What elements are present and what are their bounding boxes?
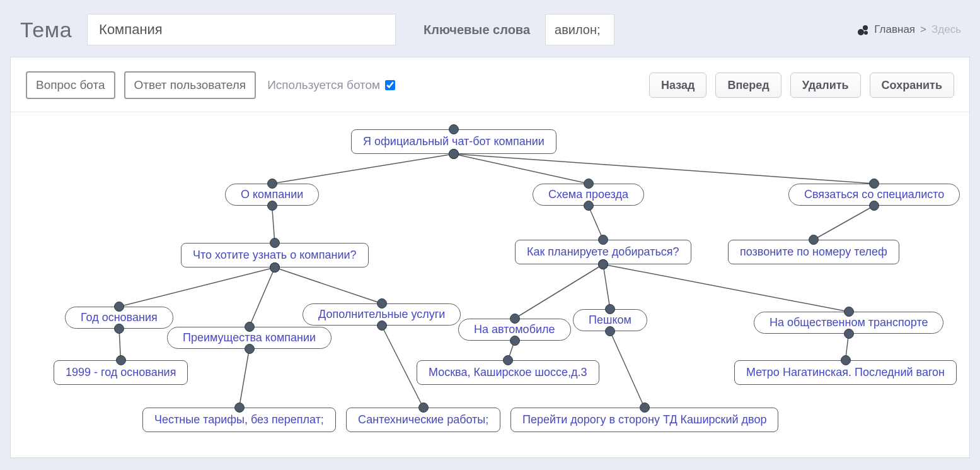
svg-line-10 — [603, 264, 610, 309]
edges-svg — [11, 112, 969, 457]
canvas-scroll[interactable]: Я официальный чат-бот компанииО компании… — [11, 112, 969, 457]
port-dot — [844, 307, 854, 317]
port-dot — [418, 402, 429, 413]
port-dot — [377, 298, 387, 308]
svg-line-1 — [454, 154, 589, 184]
svg-line-0 — [272, 154, 454, 184]
port-dot — [584, 201, 594, 211]
svg-line-5 — [814, 206, 874, 240]
port-dot — [245, 344, 255, 354]
panel-toolbar: Вопрос бота Ответ пользователя Используе… — [11, 57, 969, 112]
port-dot — [841, 355, 851, 365]
port-dot — [114, 324, 124, 334]
port-dot — [267, 201, 277, 211]
port-dot — [234, 402, 245, 413]
port-dot — [598, 259, 608, 269]
port-dot — [809, 235, 819, 245]
port-dot — [640, 402, 650, 413]
svg-line-6 — [119, 267, 275, 307]
port-dot — [267, 179, 277, 189]
svg-line-15 — [239, 349, 250, 408]
page-title: Тема — [20, 18, 72, 42]
port-dot — [510, 314, 520, 324]
port-dot — [844, 329, 854, 339]
svg-line-8 — [275, 267, 382, 303]
breadcrumb-sep: > — [920, 23, 926, 36]
port-dot — [584, 179, 594, 189]
bot-question-button[interactable]: Вопрос бота — [26, 71, 115, 99]
keywords-label: Ключевые слова — [424, 23, 530, 37]
port-dot — [270, 262, 280, 273]
port-dot — [869, 179, 879, 189]
header-row: Тема Ключевые слова Главная > Здесь — [0, 0, 980, 57]
breadcrumb: Главная > Здесь — [858, 23, 961, 36]
port-dot — [605, 326, 615, 336]
forward-button[interactable]: Вперед — [715, 73, 781, 98]
topic-input[interactable] — [87, 14, 396, 45]
user-answer-button[interactable]: Ответ пользователя — [124, 71, 257, 99]
port-dot — [116, 355, 126, 365]
delete-button[interactable]: Удалить — [790, 73, 861, 98]
port-dot — [377, 320, 387, 331]
port-dot — [449, 149, 459, 159]
svg-line-7 — [250, 267, 275, 327]
used-by-bot-label: Используется ботом — [267, 78, 380, 92]
breadcrumb-home[interactable]: Главная — [874, 23, 915, 36]
port-dot — [869, 201, 879, 211]
port-dot — [245, 322, 255, 332]
svg-line-11 — [603, 264, 849, 312]
port-dot — [605, 304, 615, 314]
svg-line-2 — [454, 154, 874, 184]
port-dot — [510, 336, 520, 346]
back-button[interactable]: Назад — [649, 73, 706, 98]
breadcrumb-here: Здесь — [931, 23, 961, 36]
port-dot — [598, 235, 608, 245]
port-dot — [503, 355, 513, 365]
save-button[interactable]: Сохранить — [870, 73, 954, 98]
canvas-area[interactable]: Я официальный чат-бот компанииО компании… — [11, 112, 969, 457]
port-dot — [114, 302, 124, 312]
keywords-input[interactable] — [545, 14, 614, 45]
dashboard-icon — [858, 25, 869, 34]
used-by-bot-checkbox[interactable] — [385, 80, 395, 90]
port-dot — [449, 124, 459, 134]
used-by-bot-toggle[interactable]: Используется ботом — [267, 78, 395, 92]
port-dot — [270, 238, 280, 248]
editor-panel: Вопрос бота Ответ пользователя Используе… — [10, 57, 970, 458]
svg-line-17 — [610, 331, 645, 408]
